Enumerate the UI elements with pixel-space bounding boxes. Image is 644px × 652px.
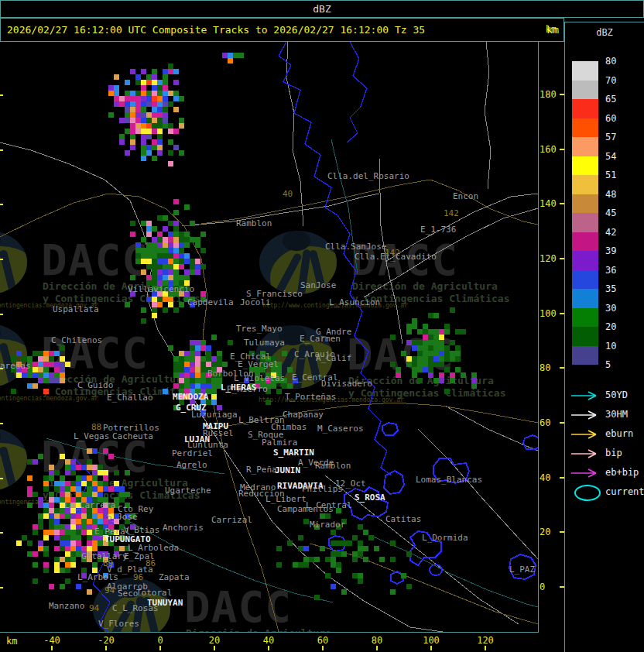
bottom-axis-tick-label: 120 bbox=[477, 635, 494, 646]
place-label: L_Dormida bbox=[422, 533, 468, 543]
place-label: aredas bbox=[0, 361, 31, 371]
place-label: E_Challao bbox=[107, 393, 153, 403]
colorbar-value-label: 39 bbox=[605, 245, 616, 256]
bottom-axis-tick-label: -20 bbox=[98, 635, 115, 646]
left-axis-tick bbox=[0, 368, 3, 369]
place-label: C_L_Rosas bbox=[112, 603, 159, 613]
legend-title: dBZ bbox=[565, 27, 644, 38]
place-label: Mirador bbox=[310, 520, 346, 530]
place-label: M_Caseros bbox=[317, 424, 364, 434]
bottom-axis-tick bbox=[214, 646, 215, 650]
place-label: Perdriel bbox=[172, 448, 213, 458]
place-label: Seco bbox=[118, 589, 139, 599]
colorbar-value-label: 35 bbox=[605, 283, 616, 294]
place-label: Clla.del_Rosario bbox=[327, 171, 409, 181]
route-number-label: 94 bbox=[89, 603, 100, 613]
place-label: Phillips bbox=[302, 484, 343, 494]
bottom-axis-tick bbox=[376, 646, 378, 650]
colorbar-value-label: 5 bbox=[605, 359, 611, 370]
bottom-axis-tick-label: 80 bbox=[372, 635, 382, 646]
place-label: V_Flores bbox=[98, 619, 139, 629]
place-label: MENDOZA bbox=[173, 392, 209, 402]
place-label: Clla.SanJose bbox=[325, 242, 386, 252]
place-label: L_Asuncion bbox=[329, 297, 380, 307]
track-arrow-icon bbox=[570, 410, 601, 420]
route-number-label: 86 bbox=[146, 558, 156, 568]
place-label: Tres_Mayo bbox=[236, 324, 283, 334]
place-label: Catitas bbox=[385, 514, 421, 524]
current-legend-row: current bbox=[565, 483, 644, 503]
right-axis: 180160140120100806040200 bbox=[538, 42, 564, 632]
place-label: Uspallata bbox=[53, 304, 99, 314]
track-legend-label: eb+bip bbox=[605, 467, 639, 478]
current-legend-label: current bbox=[605, 486, 644, 497]
place-label: SanJose bbox=[300, 280, 336, 290]
left-axis-tick bbox=[0, 532, 3, 534]
right-axis-tick-label: 60 bbox=[540, 417, 550, 428]
colorbar-value-label: 45 bbox=[605, 208, 616, 218]
bottom-axis-tick-label: 60 bbox=[317, 635, 328, 646]
bottom-axis-tick bbox=[268, 646, 269, 650]
colorbar-swatch bbox=[572, 270, 598, 290]
colorbar-swatch bbox=[572, 99, 598, 118]
place-label: Jocoli bbox=[240, 297, 271, 307]
place-label: S_Jose bbox=[107, 512, 138, 522]
colorbar-value-label: 20 bbox=[605, 321, 616, 332]
colorbar-value-label: 36 bbox=[605, 265, 616, 276]
right-axis-tick-label: 140 bbox=[540, 198, 557, 209]
place-label: A_Calif bbox=[316, 353, 351, 363]
track-legend-row: bip bbox=[565, 444, 644, 464]
track-legend-label: eburn bbox=[605, 428, 633, 439]
colorbar-value-label: 60 bbox=[605, 113, 616, 124]
radar-map: DACCDirección de Agriculturay Contingenc… bbox=[0, 42, 539, 633]
right-axis-tick-label: 40 bbox=[540, 472, 550, 483]
place-label: E_Carmen bbox=[300, 334, 341, 344]
track-arrow-icon bbox=[570, 391, 601, 400]
track-legend-row: eburn bbox=[565, 425, 644, 444]
bottom-axis-tick bbox=[430, 646, 432, 650]
route-number-label: 142 bbox=[385, 248, 400, 258]
route-number-label: 89 bbox=[103, 558, 113, 568]
bottom-axis-tick-label: 20 bbox=[209, 635, 220, 646]
right-axis-tick-label: 0 bbox=[540, 582, 545, 592]
colorbar-swatch bbox=[572, 118, 598, 138]
place-label: Chapanay bbox=[283, 410, 324, 420]
place-label: Tulumaya bbox=[244, 338, 285, 348]
colorbar-swatch bbox=[572, 156, 598, 176]
place-label: R_Peña bbox=[246, 465, 277, 475]
route-number-label: 142 bbox=[444, 208, 459, 218]
timestamp-text: 2026/02/27 16:12:00 UTC Composite Tracks… bbox=[1, 24, 425, 36]
left-axis-tick bbox=[0, 587, 3, 589]
place-label: C_Chilenos bbox=[51, 335, 102, 345]
place-label: Anchoris bbox=[163, 523, 204, 533]
track-arrow-icon bbox=[570, 449, 601, 458]
title-bar: dBZ bbox=[0, 0, 644, 18]
place-label: Ramblon bbox=[236, 218, 272, 228]
colorbar-swatch bbox=[572, 308, 598, 328]
colorbar-swatch bbox=[572, 213, 598, 232]
place-label: Divisadero bbox=[321, 379, 372, 389]
colorbar-swatch bbox=[572, 175, 598, 194]
left-axis-tick bbox=[0, 94, 3, 96]
route-number-label: 96 bbox=[133, 572, 143, 582]
colorbar-value-label: 30 bbox=[605, 303, 616, 314]
right-axis-tick-label: 20 bbox=[540, 527, 550, 537]
place-label: Capdevila bbox=[187, 297, 234, 307]
right-axis-tick-label: 120 bbox=[540, 253, 557, 264]
current-ellipse-icon bbox=[574, 485, 601, 501]
bottom-axis-tick-label: -40 bbox=[43, 635, 60, 646]
colorbar-swatch bbox=[572, 251, 598, 270]
track-arrow-icon bbox=[570, 430, 601, 439]
right-axis-unit-label: km bbox=[538, 24, 564, 35]
bottom-axis-tick bbox=[322, 646, 324, 650]
colorbar-swatch bbox=[572, 289, 598, 308]
colorbar-value-label: 57 bbox=[605, 132, 616, 142]
status-bar: 2026/02/27 16:12:00 UTC Composite Tracks… bbox=[0, 18, 564, 42]
place-label: L_Vegas bbox=[74, 431, 109, 441]
colorbar-swatch bbox=[572, 81, 598, 100]
right-axis-tick-label: 180 bbox=[540, 89, 557, 100]
bottom-axis: km -40-20020406080100120 bbox=[0, 633, 564, 652]
left-axis-tick bbox=[0, 478, 3, 479]
colorbar-value-label: 48 bbox=[605, 189, 616, 200]
colorbar-swatch bbox=[572, 232, 598, 252]
